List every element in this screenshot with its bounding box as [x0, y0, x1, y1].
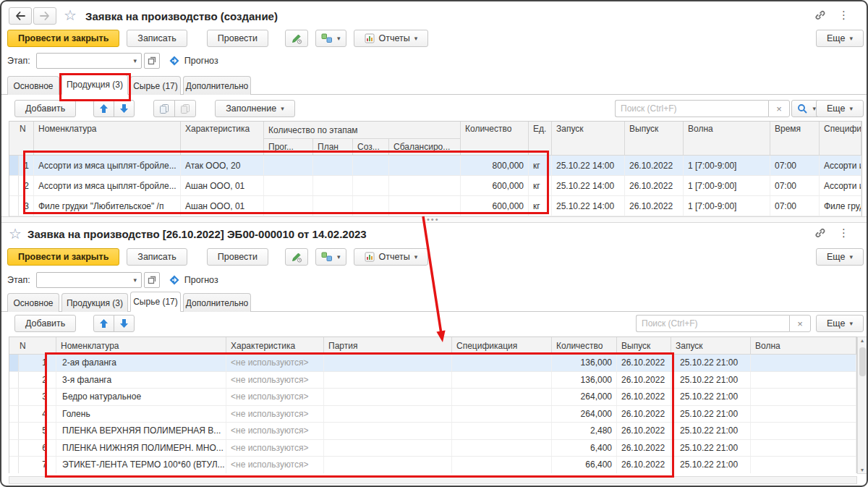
reports-button-bottom[interactable]: Отчеты ▾	[354, 248, 429, 266]
horizontal-scrollbar[interactable]	[9, 476, 857, 484]
material-row-1[interactable]: 1 2-ая фаланга <не используются> 136,000…	[9, 355, 856, 372]
col-n[interactable]: N	[15, 337, 56, 355]
forward-button[interactable]	[33, 7, 56, 25]
add-button-bottom[interactable]: Добавить	[14, 315, 76, 332]
col-plan[interactable]: План	[313, 139, 353, 156]
product-row-2[interactable]: 2 Ассорти из мяса цыплят-бройле... Ашан …	[9, 176, 861, 196]
col-balanced[interactable]: Сбалансиро...	[389, 139, 461, 156]
stage-open-button-bottom[interactable]	[144, 272, 160, 288]
set-time-button-bottom[interactable]	[285, 248, 308, 266]
tab-dopolnitelno[interactable]: Дополнительно	[183, 76, 251, 95]
material-row-5[interactable]: 5 ПЛЕНКА ВЕРХНЯЯ ПОЛИМЕРНАЯ В... <не исп…	[9, 423, 856, 440]
stage-combo[interactable]: ▾	[36, 53, 142, 69]
more-button-bottom-toolbar[interactable]: Еще▾	[816, 315, 864, 332]
copy-button[interactable]	[153, 100, 175, 117]
tab-osnovnoe-bottom[interactable]: Основное	[7, 293, 59, 312]
tab-syrye[interactable]: Сырье (17)	[130, 76, 181, 95]
col-prog[interactable]: Прог...	[264, 139, 313, 156]
tab-dopolnitelno-bottom[interactable]: Дополнительно	[183, 293, 251, 312]
post-and-close-button-bottom[interactable]: Провести и закрыть	[7, 248, 119, 266]
fill-button[interactable]: Заполнение▾	[215, 100, 294, 117]
post-button[interactable]: Провести	[207, 30, 268, 47]
post-button-bottom[interactable]: Провести	[207, 248, 268, 266]
col-characteristic[interactable]: Характеристика	[226, 337, 324, 355]
col-release[interactable]: Выпуск	[617, 337, 671, 355]
col-quantity[interactable]: Количество	[552, 337, 617, 355]
tab-syrye-bottom[interactable]: Сырье (17)	[130, 292, 181, 312]
scrollbar-thumb[interactable]	[859, 347, 866, 376]
col-n[interactable]: N	[15, 122, 34, 156]
more-button-bottom-cmdbar[interactable]: Еще▾	[816, 248, 864, 266]
search-input-top[interactable]	[615, 100, 768, 117]
stage-open-button[interactable]	[144, 53, 160, 69]
col-characteristic[interactable]: Характеристика	[181, 122, 264, 156]
stage-input[interactable]	[37, 54, 129, 67]
write-button-bottom[interactable]: Записать	[127, 248, 187, 266]
link-icon-bottom[interactable]	[814, 227, 826, 242]
back-button[interactable]	[9, 7, 32, 25]
combo-caret-icon[interactable]: ▾	[129, 57, 141, 64]
menu-dots-icon-bottom[interactable]: ⋮	[838, 227, 849, 238]
material-row-4[interactable]: 4 Голень <не используются> 264,000 26.10…	[9, 406, 856, 423]
copy-icon	[159, 103, 169, 114]
col-wave[interactable]: Волна	[684, 122, 770, 156]
col-unit[interactable]: Ед.	[529, 122, 552, 156]
create-based-on-button-bottom[interactable]: ▾	[315, 248, 346, 266]
clear-search-icon[interactable]: ×	[789, 315, 811, 332]
col-soz[interactable]: Соз...	[353, 139, 389, 156]
favorite-star-icon-bottom[interactable]: ☆	[9, 226, 22, 241]
col-spec[interactable]: Спецификация	[452, 337, 552, 355]
col-nomenclature[interactable]: Номенклатура	[56, 337, 226, 355]
write-button[interactable]: Записать	[127, 30, 187, 47]
col-quantity[interactable]: Количество	[461, 122, 529, 156]
forecast-link[interactable]: Прогноз	[184, 56, 218, 66]
material-row-6[interactable]: 6 ПЛЕНКА НИЖНЯЯ ПОЛИМЕРН. МНО... <не исп…	[9, 440, 856, 457]
move-down-button[interactable]	[114, 100, 135, 117]
more-button-top-toolbar[interactable]: Еще▾	[816, 100, 864, 117]
scroll-up-icon[interactable]: ▴	[861, 337, 864, 344]
product-row-3[interactable]: 3 Филе грудки "Любительское" /п Ашан ООО…	[9, 196, 861, 216]
col-time[interactable]: Время	[770, 122, 820, 156]
paste-button[interactable]	[174, 100, 196, 117]
col-qty-by-stages[interactable]: Количество по этапам	[264, 122, 461, 139]
forecast-diamond-icon	[169, 274, 180, 286]
search-box-top: ×	[615, 100, 790, 117]
set-time-button[interactable]	[285, 30, 308, 47]
search-input-bottom[interactable]	[636, 315, 789, 332]
combo-caret-icon[interactable]: ▾	[129, 276, 141, 284]
col-batch[interactable]: Партия	[324, 337, 452, 355]
favorite-star-icon[interactable]: ☆	[64, 8, 77, 22]
col-release[interactable]: Выпуск	[625, 122, 684, 156]
col-nomenclature[interactable]: Номенклатура	[34, 122, 181, 156]
material-row-2[interactable]: 2 3-я фаланга <не используются> 136,000 …	[9, 372, 856, 389]
clear-search-icon[interactable]: ×	[768, 100, 790, 117]
scroll-down-icon[interactable]: ▾	[861, 467, 864, 473]
material-row-3[interactable]: 3 Бедро натуральное <не используются> 26…	[9, 389, 856, 406]
more-button-top-cmdbar[interactable]: Еще▾	[816, 30, 864, 47]
col-launch[interactable]: Запуск	[671, 337, 751, 355]
forecast-link-bottom[interactable]: Прогноз	[184, 275, 218, 285]
window-splitter[interactable]: •••	[1, 216, 867, 223]
link-icon[interactable]	[814, 9, 826, 24]
move-down-button-bottom[interactable]	[114, 315, 135, 332]
material-row-7[interactable]: 7 ЭТИКЕТ-ЛЕНТА ТЕРМО 100*60 (ВТУЛ... <не…	[9, 457, 856, 473]
tab-osnovnoe[interactable]: Основное	[7, 76, 59, 95]
col-wave[interactable]: Волна	[751, 337, 856, 355]
reports-button[interactable]: Отчеты ▾	[354, 30, 429, 47]
tab-produkcia[interactable]: Продукция (3)	[61, 75, 128, 95]
move-up-button[interactable]	[93, 100, 114, 117]
tab-produkcia-bottom[interactable]: Продукция (3)	[61, 293, 128, 312]
vertical-scrollbar[interactable]: ▴ ▾	[857, 336, 867, 474]
stage-input-bottom[interactable]	[37, 274, 129, 287]
clipped-edge-icon-bottom[interactable]: ⋮	[863, 227, 868, 240]
col-spec[interactable]: Специфик	[820, 122, 861, 156]
menu-dots-icon[interactable]: ⋮	[838, 9, 849, 20]
clipped-edge-icon[interactable]: ⋮	[863, 9, 868, 22]
add-button[interactable]: Добавить	[14, 100, 76, 117]
move-up-button-bottom[interactable]	[93, 315, 114, 332]
col-launch[interactable]: Запуск	[552, 122, 625, 156]
create-based-on-button[interactable]: ▾	[315, 30, 346, 47]
post-and-close-button[interactable]: Провести и закрыть	[7, 30, 119, 47]
stage-combo-bottom[interactable]: ▾	[36, 272, 142, 288]
product-row-1[interactable]: 1 Ассорти из мяса цыплят-бройле... Атак …	[9, 156, 861, 176]
